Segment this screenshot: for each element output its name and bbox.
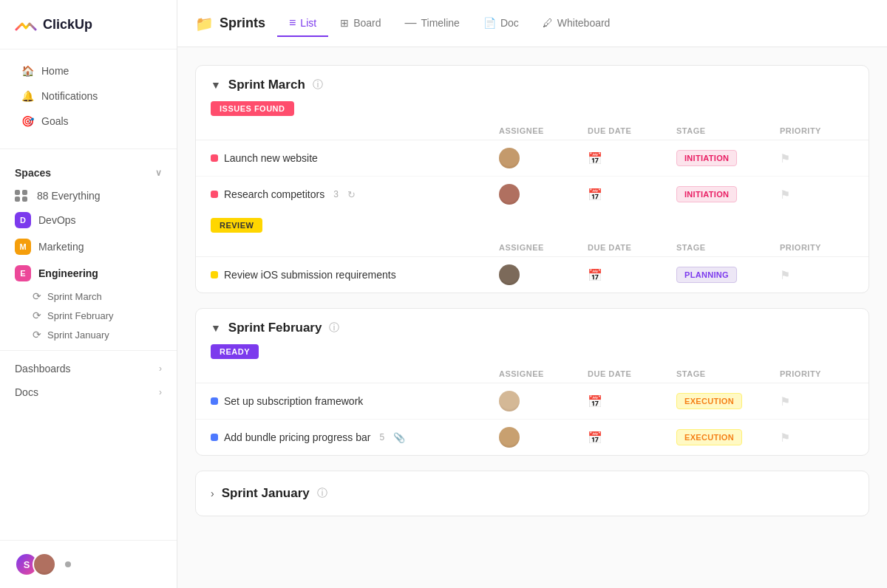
calendar-icon[interactable]: 📅 [588,269,602,281]
main-content: 📁 Sprints ≡ List ⊞ Board — Timeline 📄 Do… [177,0,887,588]
task-count: 5 [379,432,384,442]
sidebar-footer: S [0,540,177,588]
flag-icon[interactable]: ⚑ [780,269,790,281]
sprint-january-title: Sprint January [222,486,310,501]
task-stage: INITIATION [676,186,780,202]
task-priority: ⚑ [780,151,854,165]
everything-icon [15,190,30,202]
stage-badge: EXECUTION [676,393,742,409]
sidebar-item-everything-label: 88 Everything [37,190,101,202]
tab-whiteboard[interactable]: 🖊 Whiteboard [531,11,622,36]
task-row[interactable]: Launch new website 📅 INITIATION ⚑ [196,140,869,177]
sidebar-item-engineering-label: Engineering [38,267,98,279]
divider-2 [0,350,177,351]
sidebar-item-marketing-label: Marketing [38,241,84,253]
tab-timeline[interactable]: — Timeline [393,10,472,37]
tab-doc[interactable]: 📄 Doc [472,11,531,36]
top-bar: 📁 Sprints ≡ List ⊞ Board — Timeline 📄 Do… [177,0,887,47]
task-row[interactable]: Add bundle pricing progress bar 5 📎 📅 EX… [196,420,869,455]
tab-board[interactable]: ⊞ Board [328,11,392,36]
task-stage: EXECUTION [676,393,780,409]
group-ready: READY ASSIGNEE DUE DATE STAGE PRIORITY S… [196,344,869,455]
sidebar-item-engineering[interactable]: E Engineering [0,260,177,287]
sidebar-item-sprint-march-label: Sprint March [47,291,102,302]
sidebar-item-sprint-february[interactable]: ⟳ Sprint February [0,306,177,325]
task-assignee [499,427,588,448]
refresh-icon: ↻ [347,189,356,200]
task-stage: PLANNING [676,267,780,283]
sidebar-item-sprint-january[interactable]: ⟳ Sprint January [0,325,177,344]
avatar [499,264,520,285]
task-assignee [499,264,588,285]
sprint-february-toggle[interactable]: ▼ [211,322,221,334]
sprint-march-card: ▼ Sprint March ⓘ ISSUES FOUND ASSIGNEE D… [195,65,869,293]
content-area: ▼ Sprint March ⓘ ISSUES FOUND ASSIGNEE D… [177,47,887,534]
task-row[interactable]: Research competitors 3 ↻ 📅 INITIATION [196,177,869,212]
sprint-march-toggle[interactable]: ▼ [211,79,221,91]
flag-icon[interactable]: ⚑ [780,188,790,201]
logo: ClickUp [0,0,177,49]
sprint-january-toggle[interactable]: › [211,488,214,499]
task-dot [211,434,218,441]
calendar-icon[interactable]: 📅 [588,431,602,444]
calendar-icon[interactable]: 📅 [588,188,602,201]
task-name: Launch new website [224,152,318,164]
sidebar-item-docs[interactable]: Docs › [0,380,177,404]
sidebar-nav: 🏠 Home 🔔 Notifications 🎯 Goals [0,49,177,143]
task-dot [211,191,218,198]
task-due-date: 📅 [588,151,676,165]
flag-icon[interactable]: ⚑ [780,431,790,444]
sidebar-item-sprint-march[interactable]: ⟳ Sprint March [0,287,177,306]
sprint-february-header: ▼ Sprint February ⓘ [196,309,869,344]
list-icon: ≡ [289,16,296,30]
task-due-date: 📅 [588,188,676,202]
avatar-dot [65,561,71,567]
task-assignee [499,148,588,168]
tab-list[interactable]: ≡ List [277,10,328,37]
task-name: Set up subscription framework [224,395,363,407]
table-header-ready: ASSIGNEE DUE DATE STAGE PRIORITY [196,365,869,383]
sprint-january-header: › Sprint January ⓘ [196,471,869,516]
attachment-icon: 📎 [393,432,405,443]
sprint-march-title: Sprint March [228,78,305,92]
avatar [499,148,520,168]
calendar-icon[interactable]: 📅 [588,152,602,165]
page-title: Sprints [220,16,265,31]
task-name: Research competitors [224,188,324,200]
task-dot [211,271,218,278]
table-header-review: ASSIGNEE DUE DATE STAGE PRIORITY [196,239,869,257]
sidebar-item-goals[interactable]: 🎯 Goals [6,109,171,134]
group-ready-label: READY [211,344,259,359]
timeline-icon: — [405,16,417,30]
stage-badge: EXECUTION [676,429,742,445]
task-stage: EXECUTION [676,429,780,445]
sidebar-item-home[interactable]: 🏠 Home [6,58,171,83]
avatar [499,184,520,205]
sidebar-item-dashboards[interactable]: Dashboards › [0,357,177,380]
task-dot [211,154,218,162]
task-name: Add bundle pricing progress bar [224,431,370,443]
sprint-february-info-icon[interactable]: ⓘ [329,321,339,335]
flag-icon[interactable]: ⚑ [780,395,790,408]
calendar-icon[interactable]: 📅 [588,395,602,408]
sidebar-item-devops[interactable]: D DevOps [0,207,177,233]
goals-icon: 🎯 [21,114,34,128]
sidebar-item-marketing[interactable]: M Marketing [0,233,177,260]
sidebar-item-notifications[interactable]: 🔔 Notifications [6,83,171,109]
devops-badge: D [15,212,31,228]
chevron-down-icon: ∨ [155,168,162,178]
sprint-march-header: ▼ Sprint March ⓘ [196,66,869,101]
stage-badge: PLANNING [676,267,737,283]
flag-icon[interactable]: ⚑ [780,152,790,165]
sprint-january-info-icon[interactable]: ⓘ [317,487,327,500]
sprint-march-info-icon[interactable]: ⓘ [313,78,323,92]
sprint-march-icon: ⟳ [33,290,41,302]
task-row[interactable]: Set up subscription framework 📅 EXECUTIO… [196,383,869,420]
task-row[interactable]: Review iOS submission requirements 📅 PLA… [196,257,869,293]
sprint-february-icon: ⟳ [33,310,41,321]
sidebar-item-everything[interactable]: 88 Everything [0,185,177,207]
sidebar-item-sprint-february-label: Sprint February [47,310,114,321]
folder-icon-wrap: 📁 Sprints [195,15,265,33]
spaces-header[interactable]: Spaces ∨ [15,167,162,179]
table-header-issues: ASSIGNEE DUE DATE STAGE PRIORITY [196,122,869,140]
